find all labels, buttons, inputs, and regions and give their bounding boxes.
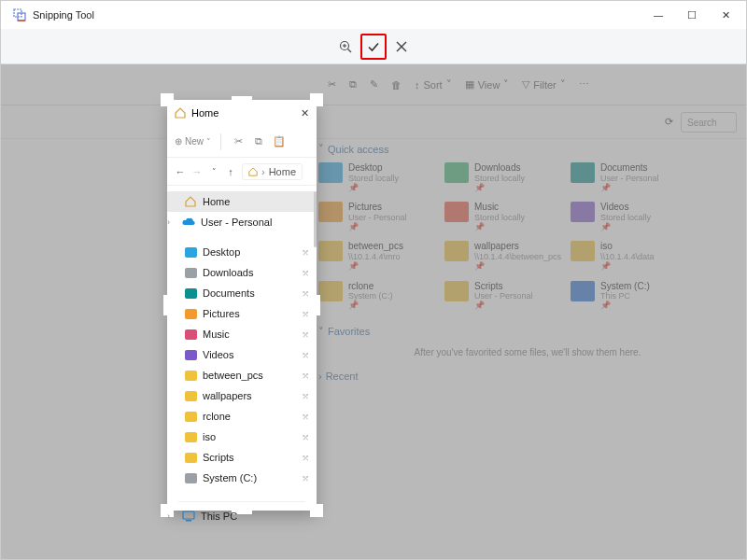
item-name: Scripts (474, 281, 533, 292)
tree-item[interactable]: Pictures⤱ (167, 303, 317, 324)
pin-icon: ⤱ (302, 473, 309, 483)
tree-item-home[interactable]: Home (167, 191, 317, 212)
chevron-down-icon: ˅ (318, 326, 324, 338)
tab-close-button[interactable]: ✕ (301, 107, 309, 119)
item-name: between_pcs (348, 241, 403, 252)
tree-item-label: Downloads (203, 267, 253, 278)
pin-icon: ⤱ (302, 268, 309, 278)
quick-access-item: System (C:)This PC📌 (571, 281, 678, 311)
tree-item[interactable]: wallpapers⤱ (167, 385, 317, 406)
item-subtitle: User - Personal (600, 174, 659, 183)
pin-icon: 📌 (348, 222, 407, 231)
check-icon (366, 39, 381, 54)
zoom-in-icon (338, 39, 353, 54)
folder-icon (184, 389, 197, 402)
item-subtitle: Stored locally (474, 174, 525, 183)
tree-item-label: Desktop (203, 246, 240, 258)
tree-item[interactable]: Music⤱ (167, 324, 317, 344)
apply-crop-button[interactable] (360, 34, 387, 60)
home-icon (175, 107, 186, 119)
capture-canvas[interactable]: ✂ ⧉ ✎ 🗑 ↕ Sort ˅ ▦ View ˅ ▽ Filter ˅ ⋯ ⟳… (1, 64, 746, 559)
folder-icon (444, 241, 469, 261)
pin-icon: ⤱ (302, 350, 309, 360)
cancel-crop-button[interactable] (388, 34, 415, 60)
zoom-button[interactable] (332, 34, 359, 60)
pin-icon: 📌 (474, 261, 561, 271)
item-subtitle: System (C:) (348, 291, 393, 301)
window-close-button[interactable] (709, 1, 742, 29)
explorer-address-bar: ← → ˅ ↑ › Home (167, 158, 317, 186)
captured-background: ✂ ⧉ ✎ 🗑 ↕ Sort ˅ ▦ View ˅ ▽ Filter ˅ ⋯ ⟳… (1, 64, 746, 559)
close-icon (395, 40, 408, 53)
tree-item[interactable]: System (C:)⤱ (167, 468, 317, 488)
window-title: Snipping Tool (33, 9, 641, 21)
folder-icon (571, 241, 595, 261)
chevron-down-icon: ˅ (318, 143, 324, 155)
section-recent: Recent (326, 371, 359, 382)
crop-selection[interactable]: Home ✕ ⊕ New ˅ ✂ ⧉ 📋 ← → ˅ ↑ › (167, 100, 317, 511)
pin-icon: 📌 (348, 261, 403, 271)
item-subtitle: User - Personal (348, 213, 407, 222)
forward-button[interactable]: → (191, 166, 203, 177)
new-button[interactable]: ⊕ New ˅ (175, 136, 211, 147)
tree-item-label: iso (203, 431, 216, 442)
pin-icon: ⤱ (302, 247, 309, 258)
window-minimize-button[interactable] (641, 1, 675, 29)
quick-access-item: between_pcs\\10.1.4.4\mro📌 (318, 241, 426, 271)
bg-copy-icon: ⧉ (349, 78, 357, 91)
tree-item[interactable]: between_pcs⤱ (167, 365, 317, 385)
item-subtitle: \\10.1.4.4\between_pcs (474, 252, 561, 261)
tree-item[interactable]: Scripts⤱ (167, 447, 317, 468)
explorer-tab[interactable]: Home ✕ (167, 100, 317, 126)
pin-icon: 📌 (600, 301, 650, 310)
item-name: Videos (600, 202, 651, 213)
chevron-down-icon: ˅ (206, 137, 211, 147)
chevron-right-icon[interactable]: › (167, 217, 176, 227)
tree-item[interactable]: rclone⤱ (167, 406, 317, 427)
tree-item[interactable]: Videos⤱ (167, 344, 317, 365)
folder-icon (184, 328, 197, 341)
item-name: rclone (348, 281, 393, 292)
cut-icon[interactable]: ✂ (231, 134, 246, 149)
pin-icon: ⤱ (302, 412, 309, 422)
tree-item-this-pc[interactable]: › This PC (167, 506, 317, 526)
chevron-right-icon[interactable]: › (167, 511, 176, 521)
folder-icon (444, 202, 469, 222)
up-button[interactable]: ↑ (225, 166, 236, 177)
tree-item-user[interactable]: › User - Personal (167, 212, 317, 232)
copy-icon[interactable]: ⧉ (251, 134, 266, 149)
address-crumb[interactable]: › Home (242, 163, 303, 180)
tree-item[interactable]: Desktop⤱ (167, 242, 317, 262)
tree-item-label: Videos (203, 349, 233, 360)
tree-item[interactable]: Documents⤱ (167, 283, 317, 303)
folder-icon (318, 162, 343, 183)
plus-circle-icon: ⊕ (175, 136, 182, 147)
quick-access-item: DownloadsStored locally📌 (444, 162, 552, 192)
scrollbar[interactable] (314, 191, 317, 247)
quick-access-item: VideosStored locally📌 (571, 202, 678, 231)
recent-locations-button[interactable]: ˅ (208, 167, 219, 176)
folder-icon (184, 348, 197, 361)
item-subtitle: Stored locally (474, 213, 525, 222)
crop-handle-top-right[interactable] (310, 93, 323, 106)
window-maximize-button[interactable] (675, 1, 709, 29)
item-name: Downloads (474, 162, 525, 174)
item-subtitle: \\10.1.4.4\data (600, 252, 655, 261)
folder-icon (184, 266, 197, 279)
pin-icon: ⤱ (302, 329, 309, 340)
tree-item[interactable]: Downloads⤱ (167, 262, 317, 283)
quick-access-item: DesktopStored locally📌 (318, 162, 426, 192)
crop-handle-top[interactable] (232, 96, 252, 104)
svg-rect-9 (183, 511, 194, 519)
item-name: Pictures (348, 202, 407, 213)
back-button[interactable]: ← (175, 166, 186, 177)
svg-rect-10 (186, 520, 191, 522)
tree-item[interactable]: iso⤱ (167, 427, 317, 447)
folder-icon (444, 281, 469, 301)
paste-icon[interactable]: 📋 (272, 134, 287, 149)
folder-icon (318, 241, 343, 261)
explorer-toolbar: ⊕ New ˅ ✂ ⧉ 📋 (167, 126, 317, 158)
folder-icon (184, 369, 197, 382)
crop-handle-top-left[interactable] (161, 93, 174, 106)
pin-icon: 📌 (474, 183, 525, 192)
